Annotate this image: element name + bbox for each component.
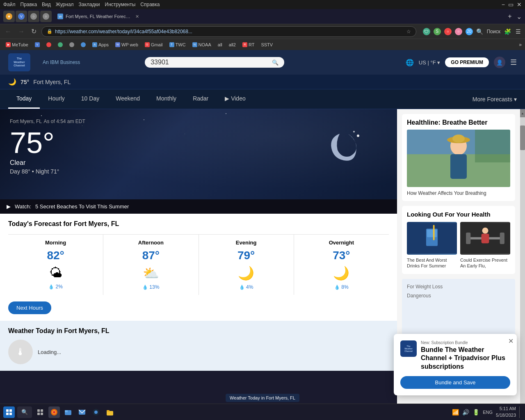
globe-icon[interactable]: 🌐 bbox=[406, 59, 414, 66]
bookmark-twc[interactable]: T TWC bbox=[167, 41, 188, 48]
bookmark-wpweb[interactable]: W WP web bbox=[113, 41, 141, 48]
bookmark-noaa-label: NOAA bbox=[199, 42, 211, 47]
taskbar-firefox[interactable] bbox=[48, 406, 60, 418]
bookmark-circle4[interactable] bbox=[78, 41, 88, 48]
healthline-caption[interactable]: How Weather Affects Your Breathing bbox=[407, 190, 510, 196]
close-btn[interactable]: ✕ bbox=[517, 1, 522, 8]
taskbar-language[interactable]: ENG bbox=[483, 410, 493, 415]
forward-button[interactable]: → bbox=[16, 27, 26, 36]
os-menu-file[interactable]: Файл bbox=[3, 2, 16, 7]
pinned-tab-3[interactable]: ○ bbox=[28, 11, 39, 22]
browser-ext-3[interactable]: ○ bbox=[455, 28, 462, 35]
browser-ext-2[interactable]: ○ bbox=[444, 28, 452, 35]
hamburger-menu-icon[interactable]: ☰ bbox=[510, 58, 517, 67]
pinned-tab-2[interactable]: V bbox=[16, 11, 27, 22]
tab-monthly[interactable]: Monthly bbox=[148, 89, 185, 109]
bookmark-rt[interactable]: R RT bbox=[240, 41, 257, 48]
os-menu-bookmarks[interactable]: Закладки bbox=[79, 2, 100, 7]
bookmark-rt-label: RT bbox=[249, 42, 254, 47]
header-search-wrapper[interactable]: 🔍 bbox=[145, 57, 284, 68]
bookmark-gmail-label: Gmail bbox=[151, 42, 163, 47]
scrollbar[interactable]: ▲ ▼ bbox=[520, 109, 525, 413]
address-field[interactable]: 🔒 https://weather.com/weather/today/l/34… bbox=[41, 26, 416, 37]
pinned-tab-1[interactable]: ★ bbox=[3, 11, 15, 22]
extensions-btn[interactable]: 🧩 bbox=[504, 28, 511, 35]
bookmark-vk[interactable]: V bbox=[32, 41, 42, 48]
os-menu-help[interactable]: Справка bbox=[140, 2, 160, 7]
header-search-icon[interactable]: 🔍 bbox=[272, 59, 278, 66]
pinned-tab-4[interactable]: ○ bbox=[40, 11, 52, 22]
bookmarks-overflow-btn[interactable]: » bbox=[519, 42, 522, 48]
os-menu-edit[interactable]: Правка bbox=[21, 2, 37, 7]
watch-video-title: 5 Secret Beaches To Visit This Summer bbox=[35, 203, 129, 210]
browser-ext-4[interactable]: 20 bbox=[466, 28, 473, 35]
os-menu-view[interactable]: Вид bbox=[42, 2, 51, 7]
os-menu-tools[interactable]: Инструменты bbox=[105, 2, 136, 7]
morning-temp: 82° bbox=[11, 249, 100, 262]
minimize-btn[interactable]: − bbox=[502, 1, 505, 8]
os-menu-journal[interactable]: Журнал bbox=[56, 2, 74, 7]
watch-bar[interactable]: ▶ Watch: 5 Secret Beaches To Visit This … bbox=[0, 199, 397, 214]
scroll-thumb[interactable] bbox=[520, 126, 525, 150]
health-item-exercise[interactable]: Could Exercise Prevent An Early Flu, bbox=[460, 222, 510, 269]
health-item-drinks[interactable]: The Best And Worst Drinks For Summer bbox=[407, 222, 457, 269]
more-forecasts-menu[interactable]: More Forecasts ▾ bbox=[472, 96, 517, 103]
current-city-display: Fort Myers, FL bbox=[33, 79, 71, 85]
bundle-close-btn[interactable]: ✕ bbox=[508, 337, 514, 345]
taskbar-steam[interactable] bbox=[90, 406, 102, 418]
bundle-save-button[interactable]: Bundle and Save bbox=[400, 376, 510, 389]
taskbar-explorer[interactable] bbox=[62, 406, 74, 418]
maximize-btn[interactable]: ▭ bbox=[508, 1, 514, 8]
refresh-button[interactable]: ↻ bbox=[30, 27, 38, 36]
tab-weekend[interactable]: Weekend bbox=[107, 89, 148, 109]
os-menubar: Файл Правка Вид Журнал Закладки Инструме… bbox=[0, 0, 525, 9]
taskbar-mail[interactable] bbox=[76, 406, 88, 418]
scroll-up-btn[interactable]: ▲ bbox=[520, 109, 525, 117]
taskbar-clock[interactable]: 5:11 AM 5/18/2023 bbox=[496, 406, 516, 418]
browser-ext-1[interactable]: S bbox=[434, 28, 441, 35]
tab-close-btn[interactable]: ✕ bbox=[135, 14, 139, 19]
taskbar-show-desktop[interactable] bbox=[519, 406, 522, 418]
bundle-text-area: New: Subscription Bundle Bundle The Weat… bbox=[421, 340, 510, 371]
bookmark-circle2[interactable] bbox=[55, 41, 65, 48]
tab-today[interactable]: Today bbox=[8, 89, 40, 109]
bookmark-gmail[interactable]: G Gmail bbox=[142, 41, 165, 48]
active-tab[interactable]: W Fort Myers, FL Weather Foreca... ✕ bbox=[53, 10, 143, 23]
bookmark-all[interactable]: all bbox=[215, 41, 225, 48]
taskbar-task-view[interactable] bbox=[34, 406, 46, 418]
tab-10day[interactable]: 10 Day bbox=[73, 89, 107, 109]
taskbar-volume-icon[interactable]: 🔊 bbox=[462, 409, 469, 415]
tab-video[interactable]: ▶ Video bbox=[217, 89, 253, 109]
back-button[interactable]: ← bbox=[3, 27, 13, 36]
new-tab-button[interactable]: + bbox=[505, 11, 515, 21]
search-icon[interactable]: 🔍 bbox=[476, 28, 484, 35]
window-controls: − ▭ ✕ bbox=[502, 1, 522, 8]
sidebar-btn[interactable]: ☰ bbox=[514, 28, 522, 35]
bookmark-all2-label: all2 bbox=[229, 42, 236, 47]
bookmark-sstv[interactable]: SSTV bbox=[258, 41, 275, 48]
tab-hourly[interactable]: Hourly bbox=[40, 89, 73, 109]
bookmark-circle1[interactable] bbox=[44, 41, 54, 48]
bookmark-all2[interactable]: all2 bbox=[226, 41, 238, 48]
bookmark-noaa[interactable]: N NOAA bbox=[190, 41, 214, 48]
taskbar-search-btn[interactable]: 🔍 bbox=[17, 406, 32, 418]
weather-logo[interactable]: The Weather Channel bbox=[8, 53, 30, 71]
shield-icon[interactable]: 🛡 bbox=[423, 28, 430, 35]
healthline-image[interactable] bbox=[407, 130, 510, 187]
user-account-icon[interactable]: 👤 bbox=[494, 57, 505, 68]
tab-radar[interactable]: Radar bbox=[185, 89, 217, 109]
unit-selector[interactable]: US | °F ▾ bbox=[419, 59, 440, 66]
bookmark-apps[interactable]: A Apps bbox=[90, 41, 111, 48]
bookmark-circle3[interactable] bbox=[67, 41, 77, 48]
next-hours-button[interactable]: Next Hours bbox=[8, 301, 51, 314]
header-search-input[interactable] bbox=[151, 59, 269, 66]
bookmark-metube[interactable]: ▶ MeTube bbox=[3, 41, 31, 48]
go-premium-button[interactable]: GO PREMIUM bbox=[445, 57, 489, 67]
tab-list-button[interactable]: ⌄ bbox=[516, 13, 522, 21]
taskbar-folder[interactable] bbox=[104, 406, 116, 418]
taskbar-battery-icon[interactable]: 🔋 bbox=[472, 409, 479, 415]
start-button[interactable] bbox=[3, 406, 15, 418]
health-card: Looking Out For Your Health bbox=[402, 206, 515, 274]
taskbar-wifi-icon[interactable]: 📶 bbox=[452, 409, 459, 415]
bookmark-star-icon[interactable]: ☆ bbox=[406, 29, 411, 34]
